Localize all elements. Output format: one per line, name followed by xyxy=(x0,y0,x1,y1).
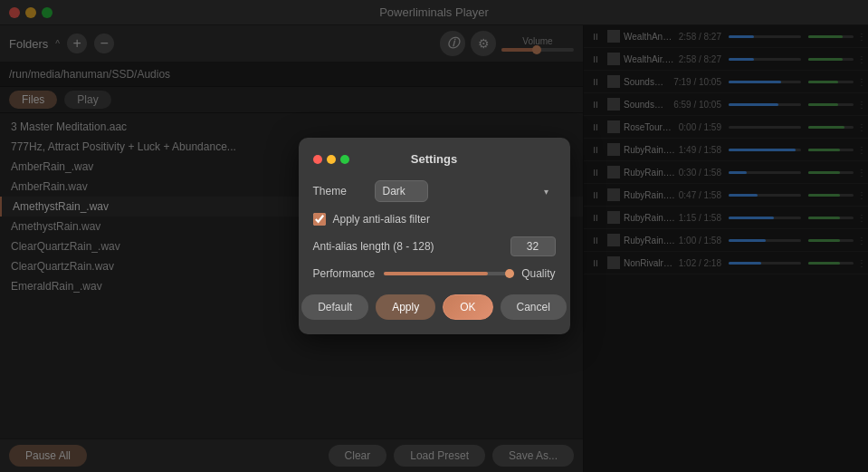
modal-title: Settings xyxy=(411,152,457,166)
anti-alias-checkbox[interactable] xyxy=(313,213,326,226)
modal-titlebar: Settings xyxy=(313,152,556,166)
default-button[interactable]: Default xyxy=(301,294,368,320)
settings-modal: Settings Theme Dark Light System ▾ Apply… xyxy=(299,138,570,334)
ok-button[interactable]: OK xyxy=(443,294,492,320)
quality-label: Quality xyxy=(521,267,555,280)
theme-row: Theme Dark Light System ▾ xyxy=(313,180,556,202)
anti-alias-label: Apply anti-alias filter xyxy=(333,213,430,226)
performance-row: Performance Quality xyxy=(313,267,556,280)
select-arrow-icon: ▾ xyxy=(544,187,548,197)
theme-select[interactable]: Dark Light System xyxy=(375,180,428,202)
modal-max-icon[interactable] xyxy=(340,155,349,164)
performance-thumb xyxy=(505,269,514,278)
alias-length-label: Anti-alias length (8 - 128) xyxy=(313,240,503,253)
alias-length-value[interactable]: 32 xyxy=(510,236,556,256)
modal-buttons: Default Apply OK Cancel xyxy=(313,294,556,320)
performance-fill xyxy=(384,272,489,275)
cancel-button[interactable]: Cancel xyxy=(501,294,567,320)
modal-close-icon[interactable] xyxy=(313,155,322,164)
anti-alias-row: Apply anti-alias filter xyxy=(313,213,556,226)
performance-slider[interactable] xyxy=(384,272,515,275)
alias-length-row: Anti-alias length (8 - 128) 32 xyxy=(313,236,556,256)
theme-label: Theme xyxy=(313,185,367,197)
performance-label: Performance xyxy=(313,267,377,280)
modal-window-controls xyxy=(313,155,349,164)
apply-button[interactable]: Apply xyxy=(376,294,435,320)
modal-min-icon[interactable] xyxy=(327,155,336,164)
modal-overlay: Settings Theme Dark Light System ▾ Apply… xyxy=(0,0,868,472)
